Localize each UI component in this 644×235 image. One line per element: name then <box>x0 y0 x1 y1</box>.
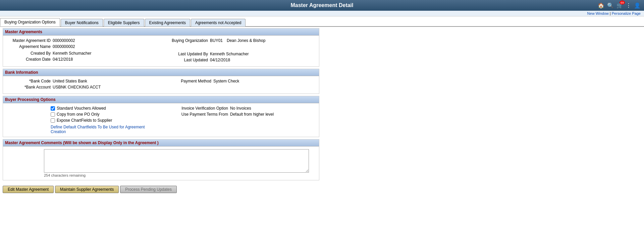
payment-method-label: Payment Method <box>164 79 211 83</box>
personalize-link[interactable]: Personalize Page <box>612 11 641 15</box>
use-payment-terms-label: Use Payment Terms From <box>164 112 228 117</box>
tab-existing-agreements[interactable]: Existing Agreements <box>145 19 190 26</box>
comments-textarea[interactable] <box>44 149 309 173</box>
agreement-name-row: Agreement Name 0000000002 <box>7 44 158 49</box>
chars-remaining: 254 characters remaining <box>44 173 315 177</box>
invoice-verification-row: Invoice Verification Option No Invoices <box>164 106 315 111</box>
page-header: Master Agreement Detail 🏠 🔍 🛒 69 ⋮ 👤 <box>0 0 644 11</box>
new-window-link[interactable]: New Window <box>587 11 609 15</box>
bank-information-header: Bank Information <box>3 69 319 76</box>
buying-org-row: Buying Organization BUY01 Dean Jones & B… <box>164 38 315 43</box>
creation-date-row: Creation Date 04/12/2018 <box>7 57 158 62</box>
last-updated-by-row: Last Updated By Kenneth Schumacher <box>164 52 315 56</box>
copy-from-po-checkbox[interactable] <box>51 112 55 117</box>
tab-buying-org-options[interactable]: Buying Organization Options <box>0 18 60 26</box>
buying-org-label: Buying Organization <box>164 38 208 43</box>
menu-icon[interactable]: ⋮ <box>626 2 631 9</box>
bottom-bar: Edit Master Agreement Maintain Supplier … <box>0 184 644 195</box>
buyer-processing-form: Standard Vouchers Allowed Copy from one … <box>7 106 315 134</box>
search-icon[interactable]: 🔍 <box>607 2 614 9</box>
bank-information-form: *Bank Code United States Bank *Bank Acco… <box>7 79 315 91</box>
copy-from-po-label: Copy from one PO Only <box>57 112 99 117</box>
agreement-id-value: 0000000002 <box>53 38 75 43</box>
buyer-processing-section: Buyer Processing Options Standard Vouche… <box>3 96 319 137</box>
header-icons: 🏠 🔍 🛒 69 ⋮ 👤 <box>598 2 641 9</box>
bank-info-right: Payment Method System Check <box>164 79 315 91</box>
invoice-verification-label: Invoice Verification Option <box>164 106 228 111</box>
bank-account-row: *Bank Account USBNK CHECKING ACCT <box>7 85 158 90</box>
home-icon[interactable]: 🏠 <box>598 2 604 9</box>
cart-badge: 69 <box>620 1 625 5</box>
payment-method-value: System Check <box>213 79 239 83</box>
creation-date-value: 04/12/2018 <box>53 57 73 62</box>
tab-bar: Buying Organization Options Buyer Notifi… <box>0 16 644 27</box>
buyer-processing-right: Invoice Verification Option No Invoices … <box>164 106 315 134</box>
bank-code-label: *Bank Code <box>7 79 51 83</box>
last-updated-row: Last Updated 04/12/2018 <box>164 58 315 62</box>
buying-org-name: Dean Jones & Bishop <box>227 38 265 43</box>
main-content: Master Agreements Master Agreement ID 00… <box>0 27 322 184</box>
buyer-processing-header: Buyer Processing Options <box>3 96 319 103</box>
master-agreements-form: Master Agreement ID 0000000002 Agreement… <box>7 38 315 64</box>
comments-body: 254 characters remaining <box>3 146 319 180</box>
expose-chartfields-row: Expose ChartFields to Supplier <box>51 118 158 123</box>
tab-buyer-notifications[interactable]: Buyer Notifications <box>61 19 103 26</box>
user-icon[interactable]: 👤 <box>634 2 641 9</box>
bank-account-value: USBNK CHECKING ACCT <box>53 85 101 90</box>
last-updated-by-label: Last Updated By <box>164 52 208 56</box>
bank-code-row: *Bank Code United States Bank <box>7 79 158 83</box>
bank-account-label: *Bank Account <box>7 85 51 90</box>
process-pending-button[interactable]: Process Pending Updates <box>120 186 177 193</box>
comments-section: Master Agreement Comments (Will be shown… <box>3 139 319 180</box>
bank-information-body: *Bank Code United States Bank *Bank Acco… <box>3 76 319 94</box>
expose-chartfields-checkbox[interactable] <box>51 118 55 123</box>
last-updated-value: 04/12/2018 <box>210 58 230 62</box>
standard-vouchers-label: Standard Vouchers Allowed <box>57 106 106 111</box>
buyer-processing-left: Standard Vouchers Allowed Copy from one … <box>7 106 158 134</box>
action-bar: New Window | Personalize Page <box>0 11 644 16</box>
copy-from-po-row: Copy from one PO Only <box>51 112 158 117</box>
use-payment-terms-row: Use Payment Terms From Default from high… <box>164 112 315 117</box>
page-title: Master Agreement Detail <box>290 2 353 8</box>
bank-info-left: *Bank Code United States Bank *Bank Acco… <box>7 79 158 91</box>
master-agreements-body: Master Agreement ID 0000000002 Agreement… <box>3 36 319 66</box>
standard-vouchers-row: Standard Vouchers Allowed <box>51 106 158 111</box>
invoice-verification-value: No Invoices <box>230 106 251 111</box>
creation-date-label: Creation Date <box>7 57 51 62</box>
tab-eligible-suppliers[interactable]: Eligibile Suppliers <box>104 19 144 26</box>
agreement-name-label: Agreement Name <box>7 44 51 49</box>
tab-agreements-not-accepted[interactable]: Agreements not Accepted <box>191 19 246 26</box>
master-agreements-left: Master Agreement ID 0000000002 Agreement… <box>7 38 158 64</box>
agreement-id-row: Master Agreement ID 0000000002 <box>7 38 158 43</box>
define-chartfields-link[interactable]: Define Default Chartfields To Be Used fo… <box>51 125 158 134</box>
last-updated-by-value: Kenneth Schumacher <box>210 52 249 56</box>
agreement-name-value: 0000000002 <box>53 44 75 49</box>
master-agreements-header: Master Agreements <box>3 28 319 36</box>
expose-chartfields-label: Expose ChartFields to Supplier <box>57 118 112 123</box>
edit-master-button[interactable]: Edit Master Agreement <box>3 186 54 193</box>
created-by-row: Created By Kenneth Schumacher <box>7 51 158 56</box>
maintain-supplier-button[interactable]: Maintain Supplier Agreements <box>55 186 119 193</box>
last-updated-label: Last Updated <box>164 58 208 62</box>
buyer-processing-body: Standard Vouchers Allowed Copy from one … <box>3 103 319 137</box>
master-agreements-section: Master Agreements Master Agreement ID 00… <box>3 28 319 67</box>
bank-information-section: Bank Information *Bank Code United State… <box>3 69 319 94</box>
created-by-value: Kenneth Schumacher <box>53 51 91 56</box>
comments-header: Master Agreement Comments (Will be shown… <box>3 139 319 146</box>
buying-org-code: BUY01 <box>210 38 223 43</box>
created-by-label: Created By <box>7 51 51 56</box>
use-payment-terms-value: Default from higher level <box>230 112 274 117</box>
standard-vouchers-checkbox[interactable] <box>51 106 55 111</box>
bank-code-value: United States Bank <box>53 79 87 83</box>
agreement-id-label: Master Agreement ID <box>7 38 51 43</box>
cart-container[interactable]: 🛒 69 <box>616 2 623 9</box>
master-agreements-right: Buying Organization BUY01 Dean Jones & B… <box>164 38 315 64</box>
payment-method-row: Payment Method System Check <box>164 79 315 83</box>
